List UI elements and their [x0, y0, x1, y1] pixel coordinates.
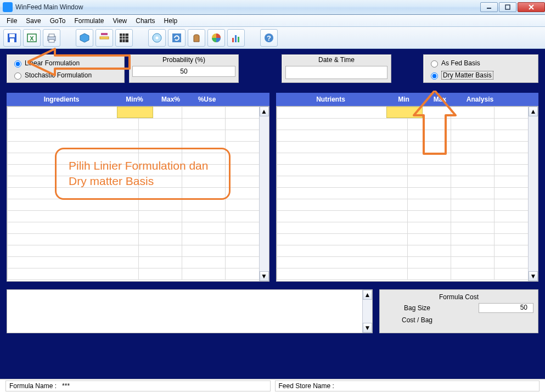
scrollbar-vertical[interactable]: ▲ ▼ [528, 107, 538, 281]
svg-rect-15 [172, 33, 181, 42]
active-cell[interactable] [117, 107, 153, 118]
date-time-field[interactable] [285, 66, 387, 79]
ruler-icon[interactable] [95, 29, 113, 47]
scroll-up-icon[interactable]: ▲ [363, 290, 372, 300]
piechart-icon[interactable] [207, 29, 225, 47]
svg-rect-17 [232, 38, 234, 42]
toolbar: X ? [0, 27, 545, 49]
svg-rect-8 [49, 34, 54, 37]
date-time-label: Date & Time [282, 55, 391, 65]
col-min-pct[interactable]: Min% [116, 96, 153, 103]
radio-as-fed[interactable]: As Fed Basis [428, 57, 533, 69]
menu-help[interactable]: Help [160, 16, 182, 26]
svg-rect-11 [100, 37, 109, 39]
minimize-button[interactable] [480, 2, 498, 12]
scroll-down-icon[interactable]: ▼ [260, 271, 269, 281]
col-min[interactable]: Min [386, 96, 422, 103]
save-icon[interactable] [3, 29, 21, 47]
radio-linear-input[interactable] [14, 60, 21, 68]
scroll-down-icon[interactable]: ▼ [529, 271, 538, 281]
scroll-up-icon[interactable]: ▲ [260, 107, 269, 116]
svg-point-14 [156, 36, 159, 39]
package-icon[interactable] [76, 29, 93, 47]
menu-save[interactable]: Save [21, 16, 45, 26]
col-analysis[interactable]: Analysis [458, 96, 502, 103]
radio-dry-matter-label: Dry Matter Basis [441, 71, 493, 80]
svg-marker-10 [80, 33, 89, 42]
radio-linear[interactable]: Linear Formulation [12, 57, 120, 69]
svg-rect-1 [505, 5, 510, 9]
disc-icon[interactable] [148, 29, 166, 47]
menu-bar: File Save GoTo Formulate View Charts Hel… [0, 15, 545, 27]
ingredients-body[interactable]: ▲ ▼ [7, 106, 269, 282]
svg-rect-3 [9, 34, 15, 37]
probability-label: Probability (%) [130, 55, 238, 65]
menu-formulate[interactable]: Formulate [70, 16, 108, 26]
basis-panel: As Fed Basis Dry Matter Basis [423, 54, 538, 83]
svg-rect-9 [49, 40, 54, 42]
radio-dry-matter[interactable]: Dry Matter Basis [428, 69, 533, 81]
date-time-panel: Date & Time [282, 54, 391, 83]
menu-charts[interactable]: Charts [131, 16, 159, 26]
app-icon [3, 2, 13, 12]
radio-linear-label: Linear Formulation [25, 59, 80, 67]
scrollbar-vertical[interactable]: ▲ ▼ [362, 290, 372, 333]
title-bar: WinFeed Main Window [0, 0, 545, 15]
radio-dry-matter-input[interactable] [431, 72, 438, 80]
col-max[interactable]: Max [422, 96, 458, 103]
radio-as-fed-input[interactable] [431, 60, 438, 68]
scroll-up-icon[interactable]: ▲ [529, 107, 538, 116]
bag-icon[interactable] [188, 29, 205, 47]
formula-cost-title: Formula Cost [384, 292, 533, 302]
grid-icon[interactable] [115, 29, 133, 47]
radio-stochastic-input[interactable] [14, 72, 21, 80]
formula-name-value: *** [62, 382, 70, 390]
svg-rect-12 [120, 33, 128, 42]
radio-stochastic[interactable]: Stochastic Formulation [12, 69, 120, 81]
help-icon[interactable]: ? [260, 29, 278, 47]
probability-field[interactable]: 50 [132, 66, 235, 77]
radio-as-fed-label: As Fed Basis [441, 59, 480, 67]
menu-view[interactable]: View [108, 16, 131, 26]
radio-stochastic-label: Stochastic Formulation [25, 71, 92, 79]
notes-textarea[interactable]: ▲ ▼ [7, 289, 373, 333]
cost-per-bag-label: Cost / Bag [384, 316, 450, 324]
export-excel-icon[interactable]: X [23, 29, 41, 47]
close-button[interactable] [518, 2, 545, 12]
status-bar: Formula Name : *** Feed Store Name : [0, 379, 545, 392]
bag-size-field[interactable]: 50 [479, 303, 533, 313]
col-nutrients[interactable]: Nutrients [276, 96, 386, 103]
print-icon[interactable] [43, 29, 60, 47]
col-max-pct[interactable]: Max% [153, 96, 189, 103]
col-use-pct[interactable]: %Use [189, 96, 225, 103]
svg-text:X: X [30, 35, 34, 42]
probability-panel: Probability (%) 50 [129, 54, 239, 83]
content-area: Linear Formulation Stochastic Formulatio… [0, 49, 545, 379]
formulation-panel: Linear Formulation Stochastic Formulatio… [7, 54, 125, 83]
formula-cost-panel: Formula Cost Bag Size 50 Cost / Bag [379, 289, 538, 333]
window-title: WinFeed Main Window [15, 3, 479, 11]
scroll-down-icon[interactable]: ▼ [363, 323, 372, 333]
active-cell[interactable] [386, 107, 423, 118]
menu-goto[interactable]: GoTo [46, 16, 70, 26]
barchart-icon[interactable] [227, 29, 245, 47]
nutrients-table: Nutrients Min Max Analysis ▲ ▼ [276, 93, 539, 282]
svg-rect-4 [10, 38, 14, 42]
feed-store-label: Feed Store Name : [279, 382, 334, 390]
svg-rect-19 [238, 37, 239, 42]
refresh-icon[interactable] [168, 29, 186, 47]
menu-file[interactable]: File [2, 16, 21, 26]
svg-rect-18 [235, 35, 237, 42]
col-ingredients[interactable]: Ingredients [7, 96, 116, 103]
bag-size-label: Bag Size [384, 304, 450, 312]
formula-name-label: Formula Name : [9, 382, 57, 390]
maximize-button[interactable] [499, 2, 516, 12]
scrollbar-vertical[interactable]: ▲ ▼ [259, 107, 269, 281]
ingredients-table: Ingredients Min% Max% %Use ▲ ▼ [7, 93, 269, 282]
svg-text:?: ? [267, 34, 271, 42]
nutrients-body[interactable]: ▲ ▼ [276, 106, 539, 282]
